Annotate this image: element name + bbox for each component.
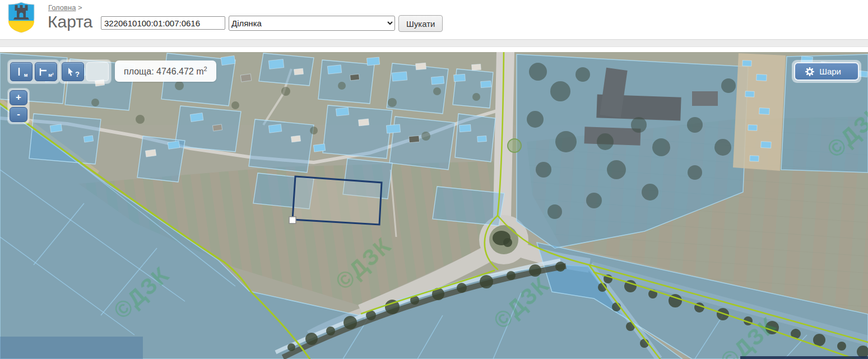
search-category-select[interactable]: Ділянка [229, 16, 395, 31]
shield-yellow [8, 21, 34, 32]
zoom-out-button[interactable]: - [10, 107, 27, 122]
selected-parcel[interactable] [293, 176, 382, 225]
measure-area-label: м² [48, 72, 54, 78]
area-tooltip-superscript: 2 [204, 66, 207, 72]
layers-control: Шари [792, 60, 861, 83]
cursor-icon [66, 67, 74, 77]
attribution-bar [740, 356, 868, 359]
measure-area-icon [38, 67, 47, 77]
parcel-vertex-handle[interactable] [289, 217, 296, 223]
measure-length-button[interactable]: м [10, 62, 33, 81]
zoom-in-button[interactable]: + [10, 90, 27, 105]
identify-button[interactable]: ? [62, 62, 84, 81]
measure-toolbar: м м² [8, 60, 59, 83]
cadastral-number-input[interactable] [101, 16, 225, 30]
search-button[interactable]: Шукати [398, 15, 443, 32]
breadcrumb: Головна > [48, 3, 82, 12]
layers-button[interactable]: Шари [794, 62, 859, 81]
area-tooltip: площа: 4746.472 m2 [115, 60, 216, 82]
measure-length-icon [15, 67, 23, 77]
zoom-control: + - [8, 88, 29, 124]
layers-button-label: Шари [819, 67, 841, 76]
identify-label: ? [75, 70, 80, 78]
area-tooltip-text: площа: 4746.472 m [124, 67, 204, 76]
gear-icon [805, 67, 814, 76]
identify-toolbar: ? [59, 60, 111, 83]
map-canvas[interactable]: ©ДЗК ©ДЗК ©ДЗК ©ДЗК ©ДЗК м м² ? + - площ… [0, 52, 868, 359]
breadcrumb-separator: > [78, 3, 82, 12]
home-logo[interactable] [7, 2, 35, 33]
header: Головна > Карта Ділянка Шукати [0, 0, 868, 39]
breadcrumb-home-link[interactable]: Головна [48, 3, 76, 12]
map-image: ©ДЗК ©ДЗК ©ДЗК ©ДЗК ©ДЗК [0, 52, 868, 359]
cadastral-map-app: { "header": { "breadcrumb": { "home_labe… [0, 0, 868, 359]
page-title: Карта [48, 12, 92, 31]
measure-length-label: м [24, 72, 28, 78]
header-divider [0, 39, 868, 47]
measure-area-button[interactable]: м² [35, 62, 57, 81]
clear-tool-button[interactable] [86, 62, 109, 81]
